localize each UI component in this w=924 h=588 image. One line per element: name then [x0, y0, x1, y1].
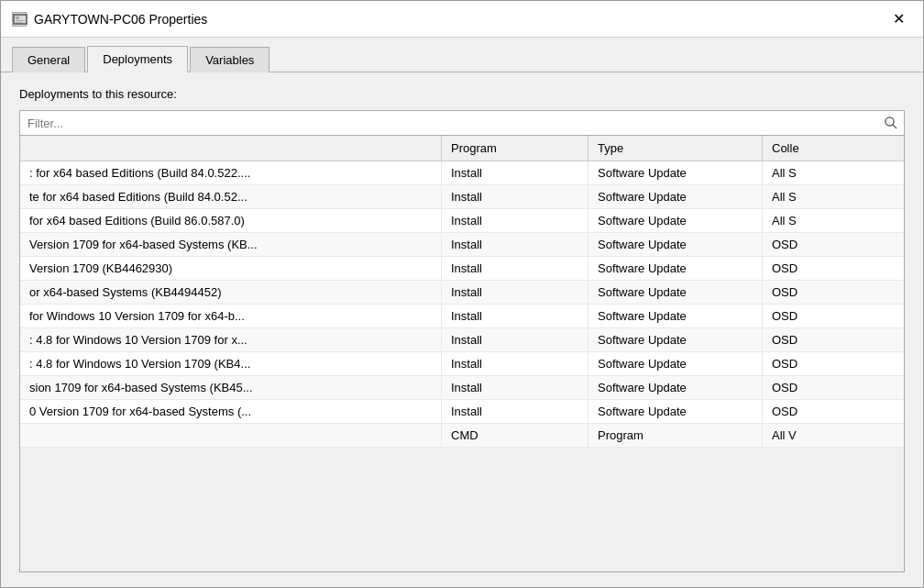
cell-collection: OSD: [763, 352, 904, 375]
table-row[interactable]: sion 1709 for x64-based Systems (KB45...…: [20, 376, 904, 400]
cell-type: Program: [588, 424, 763, 447]
cell-collection: All S: [763, 185, 904, 208]
cell-type: Software Update: [588, 305, 763, 327]
cell-program: Install: [442, 233, 588, 256]
cell-program: Install: [442, 305, 588, 327]
cell-name: : 4.8 for Windows 10 Version 1709 for x.…: [20, 328, 442, 351]
header-collection: Colle: [763, 136, 904, 161]
tab-variables[interactable]: Variables: [190, 47, 270, 72]
table-header: Program Type Colle: [20, 136, 904, 161]
cell-type: Software Update: [588, 233, 763, 256]
cell-name: or x64-based Systems (KB4494452): [20, 281, 442, 304]
cell-name: 0 Version 1709 for x64-based Systems (..…: [20, 400, 442, 423]
table-row[interactable]: : for x64 based Editions (Build 84.0.522…: [20, 161, 904, 185]
table-row[interactable]: for x64 based Editions (Build 86.0.587.0…: [20, 209, 904, 233]
table-body[interactable]: : for x64 based Editions (Build 84.0.522…: [20, 161, 904, 571]
cell-type: Software Update: [588, 161, 763, 184]
table-row[interactable]: 0 Version 1709 for x64-based Systems (..…: [20, 400, 904, 424]
cell-name: : for x64 based Editions (Build 84.0.522…: [20, 161, 442, 184]
table-row[interactable]: Version 1709 for x64-based Systems (KB..…: [20, 233, 904, 257]
properties-window: GARYTOWN-PC06 Properties ✕ General Deplo…: [0, 0, 924, 588]
header-type: Type: [588, 136, 763, 161]
cell-type: Software Update: [588, 281, 763, 304]
tab-general[interactable]: General: [12, 47, 85, 72]
cell-type: Software Update: [588, 352, 763, 375]
cell-program: Install: [442, 400, 588, 423]
header-name: [20, 136, 442, 161]
cell-program: Install: [442, 328, 588, 351]
table-row[interactable]: CMDProgramAll V: [20, 424, 904, 448]
cell-collection: OSD: [763, 305, 904, 327]
cell-name: sion 1709 for x64-based Systems (KB45...: [20, 376, 442, 399]
cell-name: te for x64 based Editions (Build 84.0.52…: [20, 185, 442, 208]
cell-program: Install: [442, 257, 588, 280]
cell-name: [20, 424, 442, 447]
cell-program: Install: [442, 185, 588, 208]
cell-name: for x64 based Editions (Build 86.0.587.0…: [20, 209, 442, 232]
cell-name: for Windows 10 Version 1709 for x64-b...: [20, 305, 442, 327]
cell-collection: OSD: [763, 281, 904, 304]
cell-program: Install: [442, 376, 588, 399]
cell-program: CMD: [442, 424, 588, 447]
cell-program: Install: [442, 209, 588, 232]
cell-type: Software Update: [588, 400, 763, 423]
window-title: GARYTOWN-PC06 Properties: [34, 12, 885, 27]
cell-name: Version 1709 for x64-based Systems (KB..…: [20, 233, 442, 256]
table-row[interactable]: te for x64 based Editions (Build 84.0.52…: [20, 185, 904, 209]
deployments-table: Program Type Colle : for x64 based Editi…: [19, 136, 905, 572]
cell-collection: All V: [763, 424, 904, 447]
section-label: Deployments to this resource:: [19, 87, 905, 101]
cell-program: Install: [442, 281, 588, 304]
filter-bar: [19, 110, 905, 136]
title-bar: GARYTOWN-PC06 Properties ✕: [1, 1, 923, 38]
table-row[interactable]: : 4.8 for Windows 10 Version 1709 for x.…: [20, 328, 904, 352]
cell-type: Software Update: [588, 328, 763, 351]
cell-collection: OSD: [763, 328, 904, 351]
search-icon: [878, 110, 904, 136]
header-program: Program: [442, 136, 588, 161]
svg-rect-1: [16, 17, 19, 19]
cell-type: Software Update: [588, 185, 763, 208]
svg-rect-3: [16, 22, 22, 23]
cell-collection: All S: [763, 209, 904, 232]
cell-collection: All S: [763, 161, 904, 184]
cell-collection: OSD: [763, 376, 904, 399]
cell-collection: OSD: [763, 233, 904, 256]
cell-program: Install: [442, 352, 588, 375]
table-row[interactable]: or x64-based Systems (KB4494452)InstallS…: [20, 281, 904, 305]
cell-name: : 4.8 for Windows 10 Version 1709 (KB4..…: [20, 352, 442, 375]
table-row[interactable]: Version 1709 (KB4462930)InstallSoftware …: [20, 257, 904, 281]
svg-line-5: [893, 125, 896, 128]
filter-input[interactable]: [20, 113, 878, 134]
svg-rect-2: [16, 20, 25, 21]
cell-collection: OSD: [763, 400, 904, 423]
cell-name: Version 1709 (KB4462930): [20, 257, 442, 280]
table-row[interactable]: for Windows 10 Version 1709 for x64-b...…: [20, 305, 904, 328]
cell-type: Software Update: [588, 376, 763, 399]
cell-program: Install: [442, 161, 588, 184]
close-button[interactable]: ✕: [885, 6, 912, 33]
tab-deployments[interactable]: Deployments: [87, 46, 188, 72]
content-area: Deployments to this resource: Program Ty…: [1, 72, 923, 587]
svg-point-4: [886, 117, 894, 126]
cell-type: Software Update: [588, 257, 763, 280]
window-icon: [12, 12, 27, 27]
table-row[interactable]: : 4.8 for Windows 10 Version 1709 (KB4..…: [20, 352, 904, 376]
tab-bar: General Deployments Variables: [1, 38, 923, 72]
cell-type: Software Update: [588, 209, 763, 232]
cell-collection: OSD: [763, 257, 904, 280]
